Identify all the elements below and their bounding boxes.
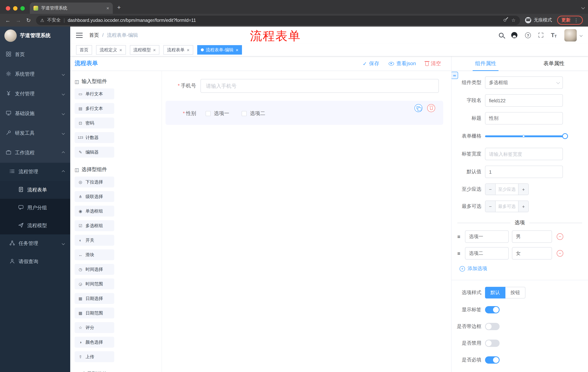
tab-component-props[interactable]: 组件属性 xyxy=(452,56,520,71)
show-label-switch[interactable] xyxy=(485,306,500,313)
chip-checkbox-group[interactable]: ☑多选框组 xyxy=(74,220,114,231)
sidebar-item-task-mgmt[interactable]: 任务管理 xyxy=(0,234,70,253)
increase-button[interactable]: + xyxy=(518,184,528,195)
required-switch[interactable] xyxy=(485,356,500,364)
slider-handle[interactable] xyxy=(562,133,568,139)
github-icon[interactable] xyxy=(511,32,517,38)
close-icon[interactable]: × xyxy=(236,47,239,52)
sidebar-item-process-mgmt[interactable]: 流程管理 xyxy=(0,163,70,181)
close-icon[interactable]: × xyxy=(187,47,189,52)
phone-input[interactable] xyxy=(200,79,439,93)
option-label-input[interactable] xyxy=(465,247,509,260)
style-default-button[interactable]: 默认 xyxy=(485,287,505,298)
link-icon[interactable]: ∞ xyxy=(451,72,458,79)
view-json-button[interactable]: 查看json xyxy=(389,60,416,67)
minimize-window-button[interactable] xyxy=(13,6,18,11)
chip-time-range[interactable]: ◶时间范围 xyxy=(74,278,114,289)
close-icon[interactable]: × xyxy=(153,47,156,52)
delete-component-button[interactable] xyxy=(427,104,435,112)
back-button[interactable]: ← xyxy=(5,18,10,23)
close-icon[interactable]: × xyxy=(119,47,122,52)
tag-process-form[interactable]: 流程表单 × xyxy=(163,45,193,55)
remove-option-button[interactable]: − xyxy=(557,233,563,240)
fullscreen-icon[interactable] xyxy=(538,33,543,37)
browser-tab[interactable]: 芋道管理系统 × xyxy=(30,2,113,14)
new-tab-button[interactable]: + xyxy=(117,4,121,11)
browser-update-button[interactable]: 更新 ⋮ xyxy=(557,16,583,25)
chip-slider[interactable]: ↔滑块 xyxy=(74,249,114,260)
chip-counter[interactable]: 123计数器 xyxy=(74,132,114,143)
decrease-button[interactable]: − xyxy=(485,201,496,212)
browser-menu-icon[interactable]: ⋮ xyxy=(574,18,578,23)
checkbox-option-2[interactable]: 选项二 xyxy=(242,110,265,117)
user-avatar[interactable] xyxy=(564,29,577,41)
border-switch[interactable] xyxy=(485,323,500,330)
chip-color-picker[interactable]: ◑颜色选择 xyxy=(74,337,114,348)
tag-process-definition[interactable]: 流程定义 × xyxy=(96,45,126,55)
component-type-select[interactable]: 多选框组 xyxy=(485,76,563,89)
sidebar-item-payment[interactable]: 支付管理 xyxy=(0,84,70,104)
chip-time-picker[interactable]: ◷时间选择 xyxy=(74,264,114,275)
avatar-caret-icon[interactable] xyxy=(580,34,583,37)
increase-button[interactable]: + xyxy=(518,201,528,212)
breadcrumb-home[interactable]: 首页 xyxy=(89,32,99,38)
sidebar-item-process-model[interactable]: 流程模型 xyxy=(0,217,70,234)
disabled-switch[interactable] xyxy=(485,340,500,347)
chip-editor[interactable]: ✎编辑器 xyxy=(74,147,114,158)
chip-date-range[interactable]: ▩日期范围 xyxy=(74,308,114,319)
decrease-button[interactable]: − xyxy=(485,184,496,195)
address-bar[interactable]: ⚠ 不安全 | dashboard.yudao.iocoder.cn/bpm/m… xyxy=(36,15,520,25)
selected-component-gender[interactable]: *性别 选项一 选项二 xyxy=(166,101,443,125)
password-key-icon[interactable] xyxy=(503,18,507,22)
sidebar-item-infra[interactable]: 基础设施 xyxy=(0,104,70,123)
sidebar-item-system[interactable]: 系统管理 xyxy=(0,64,70,84)
save-button[interactable]: ✓ 保存 xyxy=(363,60,379,67)
close-window-button[interactable] xyxy=(6,6,10,11)
style-button-button[interactable]: 按钮 xyxy=(505,287,525,298)
checkbox-option-1[interactable]: 选项一 xyxy=(206,110,229,117)
tab-search-icon[interactable] xyxy=(582,4,584,10)
chip-password[interactable]: ⊡密码 xyxy=(74,117,114,128)
tag-process-model[interactable]: 流程模型 × xyxy=(130,45,159,55)
default-value-input[interactable] xyxy=(485,166,563,178)
forward-button[interactable]: → xyxy=(16,18,21,23)
chip-dropdown[interactable]: ◎下拉选择 xyxy=(74,177,114,187)
label-width-input[interactable] xyxy=(485,148,563,160)
chip-upload[interactable]: ⇧上传 xyxy=(74,351,114,362)
sidebar-item-process-form[interactable]: 流程表单 xyxy=(0,181,70,199)
add-option-button[interactable]: + 添加选项 xyxy=(460,265,588,272)
chip-cascader[interactable]: ⋔级联选择 xyxy=(74,191,114,202)
sidebar-item-home[interactable]: 首页 xyxy=(0,45,70,64)
chip-rate[interactable]: ☆评分 xyxy=(74,322,114,333)
remove-option-button[interactable]: − xyxy=(557,250,563,257)
drag-handle-icon[interactable]: ≡ xyxy=(456,250,462,256)
security-label[interactable]: 不安全 xyxy=(47,17,61,23)
chip-single-text[interactable]: ▭单行文本 xyxy=(74,88,114,99)
tab-form-props[interactable]: 表单属性 xyxy=(520,56,588,71)
option-value-input[interactable] xyxy=(512,247,552,260)
sidebar-item-leave-query[interactable]: 请假查询 xyxy=(0,253,70,271)
chip-date-picker[interactable]: ▦日期选择 xyxy=(74,293,114,304)
grid-slider[interactable] xyxy=(485,130,565,142)
help-icon[interactable]: ? xyxy=(525,32,531,38)
field-name-input[interactable] xyxy=(485,94,563,107)
reload-button[interactable]: ↻ xyxy=(26,18,31,23)
chip-multi-text[interactable]: ▤多行文本 xyxy=(74,103,114,114)
copy-component-button[interactable] xyxy=(414,104,422,112)
drag-handle-icon[interactable]: ≡ xyxy=(456,234,462,240)
zoom-window-button[interactable] xyxy=(20,6,25,11)
sidebar-item-user-group[interactable]: 用户分组 xyxy=(0,199,70,217)
chip-radio-group[interactable]: ◉单选框组 xyxy=(74,206,114,217)
url-text[interactable]: dashboard.yudao.iocoder.cn/bpm/manager/f… xyxy=(68,18,501,23)
sidebar-item-workflow[interactable]: 工作流程 xyxy=(0,143,70,163)
min-select-value[interactable]: 至少应选 xyxy=(496,184,518,195)
form-canvas[interactable]: *手机号 *性别 xyxy=(162,71,451,372)
chip-switch[interactable]: ◐开关 xyxy=(74,235,114,246)
max-select-value[interactable]: 最多可选 xyxy=(496,201,518,212)
option-value-input[interactable] xyxy=(512,230,552,243)
title-input[interactable] xyxy=(485,112,563,125)
sidebar-item-devtools[interactable]: 研发工具 xyxy=(0,123,70,143)
sidebar-toggle-button[interactable] xyxy=(76,32,83,38)
tab-close-icon[interactable]: × xyxy=(106,5,109,11)
font-size-icon[interactable]: TT xyxy=(551,32,557,38)
